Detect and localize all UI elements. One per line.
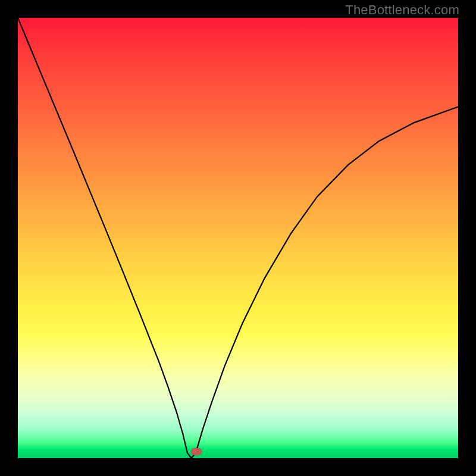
minimum-marker bbox=[191, 448, 202, 455]
plot-area bbox=[18, 18, 458, 458]
bottleneck-curve bbox=[18, 18, 458, 458]
curve-svg bbox=[18, 18, 458, 458]
watermark-text: TheBottleneck.com bbox=[345, 2, 459, 18]
